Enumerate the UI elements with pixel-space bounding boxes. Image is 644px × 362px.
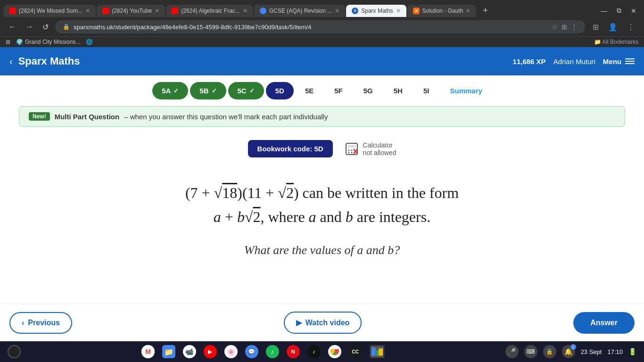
tab-summary[interactable]: Summary (440, 82, 491, 99)
address-icons: ☆ ⊞ ⋮ (552, 23, 578, 31)
minimize-button[interactable]: — (597, 5, 611, 16)
previous-button[interactable]: ‹ Previous (9, 312, 72, 334)
menu-label: Menu (603, 58, 621, 66)
bookmark-star-icon[interactable]: ☆ (552, 23, 558, 31)
browser-chrome: (2824) We Missed Som... ✕ (2824) YouTube… (0, 0, 644, 47)
taskbar-mic-icon[interactable]: 🎤 (505, 345, 519, 358)
tab-5i[interactable]: 5I (414, 82, 439, 99)
browser-tab-4[interactable]: GCSE (AQA) Revision ... ✕ (254, 5, 345, 17)
taskbar-circle-left[interactable] (8, 345, 21, 358)
bookmark-grand-city[interactable]: 🌍 Grand City Missions... (16, 39, 80, 45)
new-badge: New! (29, 112, 50, 121)
close-button[interactable]: ✕ (627, 5, 640, 16)
browser-tab-6[interactable]: ✕ Solution - Gauth ✕ (407, 5, 477, 17)
tab-5c-label: 5C (238, 87, 247, 95)
tab-5b[interactable]: 5B ✓ (190, 82, 226, 99)
bookmark-label: Grand City Missions... (25, 39, 80, 45)
tab-5f-label: 5F (334, 87, 343, 95)
multi-part-label: Multi Part Question (55, 113, 120, 121)
math-equation: (7 + √18)(11 + √2) can be written in the… (19, 181, 625, 229)
taskbar-photos-icon[interactable]: 🌸 (224, 345, 238, 358)
bookmark-globe[interactable]: 🌐 (86, 39, 93, 45)
more-menu-button[interactable]: ⋮ (623, 21, 638, 33)
bookwork-code: Bookwork code: 5D (248, 140, 333, 157)
address-bar[interactable]: 🔒 sparxmaths.uk/student/package/48e4efe8… (55, 20, 585, 33)
tab-close-5[interactable]: ✕ (396, 8, 401, 14)
tab-5e-label: 5E (305, 87, 314, 95)
tab-close-3[interactable]: ✕ (243, 8, 248, 14)
lock-icon: 🔒 (63, 24, 70, 30)
browser-tab-2[interactable]: (2824) YouTube ✕ (97, 5, 165, 17)
tab-5e[interactable]: 5E (296, 82, 323, 99)
browser-tab-1[interactable]: (2824) We Missed Som... ✕ (4, 5, 96, 17)
taskbar-chrome-icon[interactable] (328, 345, 341, 358)
reload-button[interactable]: ↺ (40, 22, 51, 33)
xp-display: 11,686 XP (513, 58, 546, 66)
taskbar-netflix-icon[interactable]: N (287, 345, 300, 358)
back-icon[interactable]: ‹ (9, 56, 13, 67)
tab-5a-label: 5A (162, 87, 171, 95)
svg-rect-15 (372, 347, 376, 355)
calculator-label: Calculator (363, 141, 396, 149)
extension-icon[interactable]: ⊞ (561, 23, 567, 31)
browser-tab-3[interactable]: (2824) Algebraic Frac... ✕ (166, 5, 253, 17)
answer-label: Answer (590, 319, 618, 327)
new-tab-button[interactable]: + (479, 4, 492, 17)
tab-5g[interactable]: 5G (354, 82, 382, 99)
tab-close-2[interactable]: ✕ (155, 8, 159, 14)
app-container: ‹ Sparx Maths 11,686 XP Adrian Muturi Me… (0, 47, 644, 272)
tab-5d[interactable]: 5D (266, 82, 294, 99)
banner-description: – when you answer this question we'll ma… (124, 113, 328, 121)
taskbar-data-icon[interactable] (370, 345, 385, 358)
taskbar-spotify-icon[interactable]: ♪ (266, 345, 279, 358)
maximize-button[interactable]: ⧉ (613, 5, 625, 16)
extensions-button[interactable]: ⊞ (589, 21, 603, 33)
taskbar-meet-icon[interactable]: 📹 (183, 345, 196, 358)
taskbar-time: 17:10 (607, 348, 623, 355)
tab-label-4: GCSE (AQA) Revision ... (269, 8, 332, 14)
tab-close-1[interactable]: ✕ (85, 8, 90, 14)
tab-5f[interactable]: 5F (325, 82, 352, 99)
taskbar-messages-icon[interactable]: 💬 (245, 345, 258, 358)
footer: ‹ Previous ▶ Watch video Answer (0, 304, 644, 341)
taskbar-gmail-icon[interactable]: M (141, 345, 155, 358)
yt-icon-3 (172, 8, 178, 14)
tab-5i-label: 5I (423, 87, 429, 95)
taskbar-tiktok-icon[interactable]: ♪ (307, 345, 321, 358)
forward-button[interactable]: → (23, 22, 36, 32)
answer-button[interactable]: Answer (573, 312, 635, 334)
svg-point-6 (351, 152, 352, 153)
taskbar-notifications-icon[interactable]: 🔔 2 (562, 345, 575, 358)
header-right: 11,686 XP Adrian Muturi Menu (513, 58, 635, 66)
tab-5a[interactable]: 5A ✓ (152, 82, 188, 99)
tab-close-6[interactable]: ✕ (466, 8, 471, 14)
yt-icon-1 (9, 8, 16, 14)
all-bookmarks[interactable]: 📁 All Bookmarks (594, 39, 638, 45)
watch-video-button[interactable]: ▶ Watch video (284, 312, 362, 334)
tab-5h-label: 5H (394, 87, 403, 95)
bookmarks-manager-icon: ⊞ (6, 39, 10, 45)
taskbar-keyboard-icon[interactable]: ⌨ (524, 345, 537, 358)
tab-bar: (2824) We Missed Som... ✕ (2824) YouTube… (0, 0, 644, 17)
notification-count: 2 (570, 344, 576, 350)
taskbar-date: 23 Sept (581, 348, 602, 355)
profile-button[interactable]: 👤 (604, 21, 621, 33)
calculator-info: Calculator not allowed (344, 141, 396, 156)
user-name: Adrian Muturi (553, 58, 595, 66)
app-logo: Sparx Maths (18, 55, 513, 67)
taskbar-files-icon[interactable]: 📁 (162, 345, 175, 358)
menu-button[interactable]: Menu (603, 58, 635, 66)
taskbar-lock-icon[interactable]: 🔒 (543, 345, 556, 358)
tab-5h[interactable]: 5H (384, 82, 412, 99)
more-icon[interactable]: ⋮ (571, 23, 578, 31)
taskbar-capcut-icon[interactable]: CC (349, 345, 362, 358)
back-button[interactable]: ← (6, 22, 19, 32)
tab-5c[interactable]: 5C ✓ (228, 82, 264, 99)
checkmark-5b: ✓ (212, 87, 217, 94)
browser-tab-5[interactable]: S Sparx Maths ✕ (346, 5, 406, 17)
taskbar-youtube-icon[interactable]: ▶ (204, 345, 217, 358)
svg-point-3 (351, 149, 352, 151)
bookwork-row: Bookwork code: 5D Calculator not allowed (0, 136, 644, 167)
tab-close-4[interactable]: ✕ (335, 8, 339, 14)
previous-label: Previous (28, 319, 60, 327)
